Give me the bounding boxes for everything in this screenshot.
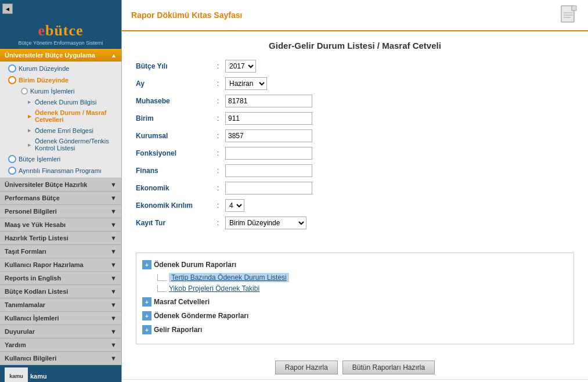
tree-expand3-icon: + <box>142 311 151 320</box>
colon-ekonomik: : <box>217 184 225 192</box>
sidebar-label-birim-duzeyinde: Birim Düzeyinde <box>19 77 68 84</box>
chevron-down5-icon: ▼ <box>110 235 117 242</box>
colon-muhasebe: : <box>217 97 225 105</box>
sidebar-item-odenek-gonderme[interactable]: ▸ Ödenek Gönderme/Tenkis Kontrol Listesi <box>6 136 121 153</box>
sidebar-item-kurum-islemleri[interactable]: Kurum İşlemleri <box>6 86 121 96</box>
sidebar-item-hazirlik-tertip-listesi[interactable]: Hazırlık Tertip Listesi ▼ <box>0 232 121 245</box>
connector-icon <box>157 274 167 281</box>
sidebar-item-kullanici-bilgileri[interactable]: Kullanıcı Bilgileri ▼ <box>0 352 121 365</box>
sidebar-label-kullanici-islemleri: Kullanıcı İşlemleri <box>5 315 59 322</box>
butun-raporlari-hazirla-button[interactable]: Bütün Raporları Hazırla <box>342 361 435 374</box>
sidebar-item-birim-duzeyinde[interactable]: Birim Düzeyinde <box>0 74 121 86</box>
tree-header-odenek-gonderme[interactable]: + Ödenek Gönderme Raporları <box>142 310 568 322</box>
rapor-hazirla-button[interactable]: Rapor Hazırla <box>275 361 338 374</box>
form-row-fonksiyonel: Fonksiyonel : <box>136 147 574 160</box>
sidebar-label-universiteler-butce-hazirlik: Üniversiteler Bütçe Hazırlık <box>5 181 87 188</box>
sidebar-item-reports-in-english[interactable]: Reports in English ▼ <box>0 272 121 285</box>
colon-butce-yili: : <box>217 62 225 70</box>
sidebar-item-butce-kodlari-listesi[interactable]: Bütçe Kodları Listesi ▼ <box>0 285 121 298</box>
form-row-butce-yili: Bütçe Yılı : 201720162015 <box>136 60 574 73</box>
tree-header-gelir[interactable]: + Gelir Raporları <box>142 324 568 336</box>
sidebar-item-kurum-duzeyinde[interactable]: Kurum Düzeyinde <box>0 63 121 74</box>
sidebar-item-odenek-durum-bilgisi[interactable]: ▸ Ödenek Durum Bilgisi <box>6 96 121 107</box>
input-ekonomik[interactable] <box>225 182 312 194</box>
select-kayit-tur[interactable]: Birim DüzeyindeKurum Düzeyinde <box>225 217 306 229</box>
colon-kayit-tur: : <box>217 219 225 227</box>
kamu-area: kamu kamu <box>0 365 121 382</box>
tree-link-tertip-bazinda[interactable]: Tertip Bazında Ödenek Durum Listesi <box>169 273 289 282</box>
form-area: Gider-Gelir Durum Listesi / Masraf Cetve… <box>122 31 588 243</box>
logo-subtitle: Bütçe Yönetim Enformasyon Sistemi <box>6 40 116 46</box>
label-ay: Ay <box>136 80 217 88</box>
colon-fonksiyonel: : <box>217 149 225 157</box>
sidebar-item-universiteler-butce-hazirlik[interactable]: Üniversiteler Bütçe Hazırlık ▼ <box>0 178 121 192</box>
info-bar: ! Lütfen kriter alanlarını doldurduktan … <box>122 379 588 382</box>
nav-sub-universiteler: Kurum Düzeyinde Birim Düzeyinde Kurum İş… <box>0 62 121 178</box>
sidebar-item-ayrintili-finansman[interactable]: Ayrıntılı Finansman Programı <box>0 165 121 176</box>
form-title: Gider-Gelir Durum Listesi / Masraf Cetve… <box>136 41 574 51</box>
tree-item-yikob[interactable]: Yikob Projeleri Ödenek Takibi <box>154 283 568 294</box>
tree-expand2-icon: + <box>142 297 151 307</box>
sidebar-toggle-button[interactable]: ◄ <box>2 3 13 14</box>
sidebar-item-duyurular[interactable]: Duyurular ▼ <box>0 325 121 338</box>
nav-header-universiteler-butce-uygulama[interactable]: Üniversiteler Bütçe Uygulama ▲ <box>0 49 121 62</box>
input-muhasebe[interactable] <box>225 95 312 107</box>
tree-expand-icon: + <box>142 260 151 269</box>
sidebar-label-odenek-durum-bilgisi: Ödenek Durum Bilgisi <box>35 99 96 106</box>
sidebar-item-maas-yuk-hesabi[interactable]: Maaş ve Yük Hesabı ▼ <box>0 218 121 232</box>
tree-item-tertip-bazinda[interactable]: Tertip Bazında Ödenek Durum Listesi <box>154 272 568 283</box>
nav-label-universiteler-butce-uygulama: Üniversiteler Bütçe Uygulama <box>5 52 95 59</box>
chevron-down9-icon: ▼ <box>110 288 117 295</box>
sidebar-item-butce-islemleri[interactable]: Bütçe İşlemleri <box>0 153 121 165</box>
sidebar-item-performans-butce[interactable]: Performans Bütçe ▼ <box>0 192 121 205</box>
sidebar-item-tasit-formlari[interactable]: Taşıt Formları ▼ <box>0 245 121 258</box>
input-finans[interactable] <box>225 164 312 177</box>
tree-label-gelir: Gelir Raporları <box>154 326 202 334</box>
bullet2-icon <box>8 155 16 163</box>
sidebar-label-personel-bilgileri: Personel Bilgileri <box>5 208 57 215</box>
sidebar-label-duyurular: Duyurular <box>5 328 35 335</box>
sidebar-label-butce-kodlari-listesi: Bütçe Kodları Listesi <box>5 288 68 295</box>
tree-header-odenek-durum[interactable]: + Ödenek Durum Raporları <box>142 259 568 271</box>
sidebar-item-tanimlamalar[interactable]: Tanımlamalar ▼ <box>0 298 121 312</box>
tree-section-odenek-gonderme: + Ödenek Gönderme Raporları <box>142 310 568 322</box>
connector2-icon <box>157 285 167 292</box>
colon-birim: : <box>217 114 225 122</box>
input-fonksiyonel[interactable] <box>225 147 312 160</box>
logo: ebütce <box>6 22 116 39</box>
sidebar-label-kullanici-rapor-hazirlama: Kullanıcı Rapor Hazırlama <box>5 261 84 268</box>
tree-header-masraf[interactable]: + Masraf Cetvelleri <box>142 296 568 308</box>
colon-finans: : <box>217 167 225 175</box>
nav-sub-kurum-islemleri: Kurum İşlemleri ▸ Ödenek Durum Bilgisi ▸… <box>0 86 121 153</box>
kamu-logo-text: kamu <box>9 373 23 379</box>
dash-icon: ▸ <box>28 98 31 106</box>
select-butce-yili[interactable]: 201720162015 <box>225 60 256 73</box>
label-fonksiyonel: Fonksiyonel <box>136 149 217 157</box>
select-ay[interactable]: OcakŞubatMartNisanMayısHaziranTemmuzAğus… <box>225 77 267 90</box>
dash2-icon: ▸ <box>28 127 31 134</box>
sidebar-item-odeme-emri[interactable]: ▸ Ödeme Emri Belgesi <box>6 125 121 136</box>
sidebar-label-performans-butce: Performans Bütçe <box>5 194 60 201</box>
tree-label-odenek-gonderme: Ödenek Gönderme Raporları <box>154 312 248 320</box>
sidebar-item-odenek-durum-masraf[interactable]: ▸ Ödenek Durum / Masraf Cetvelleri <box>6 107 121 125</box>
sidebar-label-kurum-duzeyinde: Kurum Düzeyinde <box>19 65 69 72</box>
input-kurumsal[interactable] <box>225 129 312 142</box>
select-ekonomik-kirilim[interactable]: 1234 <box>225 199 244 212</box>
logo-e: e <box>38 22 45 39</box>
chevron-down8-icon: ▼ <box>110 275 117 282</box>
tree-section-odenek-durum: + Ödenek Durum Raporları Tertip Bazında … <box>142 259 568 294</box>
sidebar-item-kullanici-rapor-hazirlama[interactable]: Kullanıcı Rapor Hazırlama ▼ <box>0 258 121 272</box>
chevron-up-icon: ▲ <box>111 52 117 59</box>
label-ekonomik-kirilim: Ekonomik Kırılım <box>136 201 217 210</box>
input-birim[interactable] <box>225 112 312 125</box>
logo-area: ebütce Bütçe Yönetim Enformasyon Sistemi <box>0 17 121 49</box>
label-kayit-tur: Kayıt Tur <box>136 219 217 227</box>
sidebar-item-kullanici-islemleri[interactable]: Kullanıcı İşlemleri ▼ <box>0 312 121 325</box>
chevron-down10-icon: ▼ <box>110 301 117 308</box>
sidebar-item-personel-bilgileri[interactable]: Personel Bilgileri ▼ <box>0 205 121 218</box>
sidebar-item-yardim[interactable]: Yardım ▼ <box>0 338 121 352</box>
chevron-down12-icon: ▼ <box>110 328 117 335</box>
chevron-down11-icon: ▼ <box>110 315 117 322</box>
tree-link-yikob[interactable]: Yikob Projeleri Ödenek Takibi <box>169 284 259 293</box>
sidebar-header: ◄ <box>0 0 121 17</box>
